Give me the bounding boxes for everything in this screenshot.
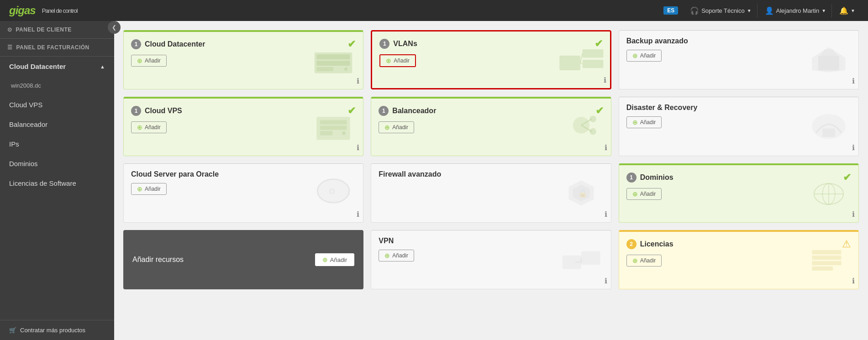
card-licencias: 2 Licencias ⚠ ⊕ Añadir ℹ	[619, 230, 859, 289]
card-cloud-datacenter: 1 Cloud Datacenter ✔ ⊕ Añadir ℹ	[123, 30, 363, 89]
plus-icon: ⊕	[137, 57, 142, 64]
card-cloud-oracle: Cloud Server para Oracle ⊕ Añadir O ℹ	[123, 163, 363, 223]
card-backup-title: Backup avanzado	[626, 37, 688, 45]
card-dominios: 1 Dominios ✔ ⊕ Añadir ℹ	[619, 163, 859, 223]
card-disaster-info-icon[interactable]: ℹ	[852, 143, 855, 152]
card-backup-info-icon[interactable]: ℹ	[852, 77, 855, 85]
sidebar-collapse-button[interactable]: ❮	[108, 21, 121, 34]
card-balanceador-add-label: Añadir	[392, 124, 408, 131]
card-vlans-check-icon: ✔	[594, 38, 603, 50]
sidebar-item-ips[interactable]: IPs	[0, 134, 114, 154]
card-cloud-oracle-info-icon[interactable]: ℹ	[357, 210, 359, 219]
plus-icon: ⊕	[632, 190, 638, 198]
user-circle-icon: ⊙	[7, 26, 12, 33]
ips-sidebar-label: IPs	[9, 140, 19, 148]
card-licencias-info-icon[interactable]: ℹ	[852, 277, 855, 285]
licencias-software-sidebar-label: Licencias de Software	[9, 179, 76, 187]
card-disaster-add-label: Añadir	[640, 119, 656, 126]
card-licencias-content: 2 Licencias ⚠ ⊕ Añadir	[619, 232, 858, 271]
card-licencias-title: Licencias	[640, 240, 673, 248]
contratar-mas-button[interactable]: 🛒 Contratar más productos	[0, 320, 114, 340]
card-cloud-vps-content: 1 Cloud VPS ✔ ⊕ Añadir	[124, 99, 363, 138]
card-vpn: VPN ⊕ Añadir ℹ	[371, 230, 611, 289]
billing-icon: ☰	[7, 44, 13, 51]
card-balanceador-add-button[interactable]: ⊕ Añadir	[379, 121, 414, 133]
cloud-vps-sidebar-label: Cloud VPS	[9, 101, 42, 109]
card-cloud-datacenter-add-label: Añadir	[145, 58, 161, 64]
card-cloud-vps-info-icon[interactable]: ℹ	[357, 143, 359, 152]
svg-text:🔒: 🔒	[578, 188, 587, 198]
card-cloud-oracle-add-button[interactable]: ⊕ Añadir	[131, 183, 167, 195]
user-chevron-icon: ▼	[821, 8, 826, 13]
card-vlans-title: VLANs	[393, 40, 417, 48]
card-dominios-add-button[interactable]: ⊕ Añadir	[626, 188, 662, 200]
sidebar-subitem-win2008[interactable]: win2008.dc	[0, 76, 114, 95]
card-cloud-vps-add-label: Añadir	[145, 124, 161, 131]
card-firewall-info-icon[interactable]: ℹ	[605, 210, 607, 219]
support-nav-item[interactable]: 🎧 Soporte Técnico ▼	[684, 4, 757, 18]
card-licencias-add-button[interactable]: ⊕ Añadir	[626, 255, 662, 267]
card-disaster-add-button[interactable]: ⊕ Añadir	[626, 116, 662, 128]
sidebar: ❮ ⊙ PANEL DE CLIENTE ☰ PANEL DE FACTURAC…	[0, 21, 114, 340]
card-disaster: Disaster & Recovery ⊕ Añadir ℹ	[619, 97, 859, 156]
cart-icon: 🛒	[9, 327, 16, 334]
card-vpn-content: VPN ⊕ Añadir	[371, 230, 610, 266]
plus-icon: ⊕	[632, 52, 638, 59]
card-firewall: Firewall avanzado 🔒 ℹ	[371, 163, 611, 223]
cloud-datacenter-sidebar-label: Cloud Datacenter	[9, 63, 66, 70]
card-backup-add-button[interactable]: ⊕ Añadir	[626, 50, 662, 62]
layout: ❮ ⊙ PANEL DE CLIENTE ☰ PANEL DE FACTURAC…	[0, 21, 868, 340]
user-icon: 👤	[765, 6, 774, 15]
plus-icon: ⊕	[137, 124, 142, 131]
card-vpn-add-button[interactable]: ⊕ Añadir	[379, 250, 414, 262]
sidebar-item-licencias-software[interactable]: Licencias de Software	[0, 173, 114, 193]
card-cloud-datacenter-count: 1	[131, 39, 141, 49]
card-dominios-content: 1 Dominios ✔ ⊕ Añadir	[619, 165, 858, 204]
card-vlans: 1 VLANs ✔ ⊕ Añadir ℹ	[371, 30, 611, 89]
plus-icon: ⊕	[386, 57, 391, 64]
add-resources-label: Añadir recursos	[132, 256, 184, 264]
logo: gigas Panel de control	[7, 4, 78, 17]
card-vpn-title: VPN	[379, 237, 394, 245]
card-balanceador: 1 Balanceador ✔ ⊕ Añadir ℹ	[371, 97, 611, 156]
card-cloud-vps-check-icon: ✔	[347, 105, 356, 117]
card-cloud-datacenter-add-button[interactable]: ⊕ Añadir	[131, 55, 167, 67]
lang-badge[interactable]: ES	[663, 6, 678, 15]
card-balanceador-info-icon[interactable]: ℹ	[605, 143, 607, 152]
sidebar-item-balanceador[interactable]: Balanceador	[0, 115, 114, 134]
card-licencias-add-label: Añadir	[640, 257, 656, 264]
sidebar-item-cloud-vps[interactable]: Cloud VPS	[0, 95, 114, 115]
card-add-resources[interactable]: Añadir recursos ⊕ Añadir	[123, 230, 363, 289]
card-cloud-datacenter-info-icon[interactable]: ℹ	[357, 77, 359, 85]
card-cloud-vps-add-button[interactable]: ⊕ Añadir	[131, 121, 167, 133]
plus-icon: ⊕	[322, 256, 328, 263]
card-backup-add-label: Añadir	[640, 52, 656, 59]
card-licencias-warn-icon: ⚠	[842, 238, 851, 250]
card-cloud-oracle-title: Cloud Server para Oracle	[131, 170, 219, 178]
sidebar-item-dominios[interactable]: Dominios	[0, 154, 114, 173]
user-nav-item[interactable]: 👤 Alejandro Martin ▼	[759, 4, 832, 18]
add-resources-btn-label: Añadir	[330, 256, 347, 263]
card-disaster-content: Disaster & Recovery ⊕ Añadir	[619, 97, 858, 133]
notifications-nav-item[interactable]: 🔔 ▼	[834, 4, 861, 18]
add-resources-button[interactable]: ⊕ Añadir	[315, 253, 355, 266]
plus-icon: ⊕	[632, 257, 638, 264]
logo-text: gigas	[9, 4, 36, 17]
plus-icon: ⊕	[632, 119, 638, 126]
card-dominios-add-label: Añadir	[640, 191, 656, 197]
logo-subtitle: Panel de control	[42, 7, 78, 14]
headset-icon: 🎧	[690, 6, 699, 15]
card-dominios-info-icon[interactable]: ℹ	[852, 210, 855, 219]
card-vlans-add-button[interactable]: ⊕ Añadir	[379, 54, 416, 67]
card-firewall-content: Firewall avanzado	[371, 164, 610, 188]
card-vlans-info-icon[interactable]: ℹ	[604, 76, 606, 84]
card-cloud-vps-title: Cloud VPS	[145, 107, 182, 115]
card-vlans-content: 1 VLANs ✔ ⊕ Añadir	[372, 31, 610, 72]
sidebar-item-cloud-datacenter[interactable]: Cloud Datacenter ▲	[0, 57, 114, 76]
plus-icon: ⊕	[384, 124, 390, 131]
sidebar-item-panel-cliente[interactable]: ⊙ PANEL DE CLIENTE	[0, 21, 114, 38]
sidebar-item-panel-facturacion[interactable]: ☰ PANEL DE FACTURACIÓN	[0, 39, 114, 56]
card-dominios-check-icon: ✔	[843, 172, 851, 183]
topnav: gigas Panel de control ES 🎧 Soporte Técn…	[0, 0, 868, 21]
card-vpn-info-icon[interactable]: ℹ	[605, 277, 607, 285]
